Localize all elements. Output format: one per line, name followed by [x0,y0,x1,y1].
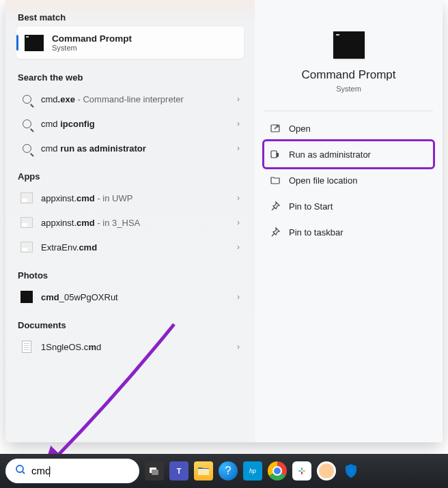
slack-icon[interactable] [292,461,311,480]
taskbar: cmd T ? hp [0,454,448,488]
section-header-best-match: Best match [16,7,244,27]
action-label: Pin to Start [289,201,333,212]
chevron-right-icon: › [237,143,240,153]
action-pin-to-taskbar[interactable]: Pin to taskbar [264,219,433,245]
chevron-right-icon: › [237,119,240,128]
web-result-text: cmd run as administrator [41,143,146,154]
chrome-icon[interactable] [268,461,287,480]
help-icon[interactable]: ? [219,461,238,480]
best-match-title: Command Prompt [52,33,132,44]
search-icon [20,117,33,130]
photo-thumb-icon [20,291,33,303]
taskbar-search-box[interactable]: cmd [5,459,139,483]
app-result-text: ExtraEnv.cmd [41,242,97,253]
detail-title: Command Prompt [302,68,396,82]
section-header-apps: Apps [16,166,244,186]
detail-divider [264,111,433,111]
svg-rect-9 [301,472,303,474]
action-open[interactable]: Open [264,115,433,141]
best-match-text: Command Prompt System [52,33,132,52]
folder-icon [270,175,281,186]
command-prompt-icon [25,35,44,51]
task-view-icon[interactable] [145,461,164,480]
action-label: Open file location [289,175,357,186]
document-icon [20,341,33,353]
action-label: Open [289,124,311,134]
file-explorer-icon[interactable] [194,461,213,480]
web-result-text: cmd ipconfig [41,119,95,129]
search-icon [20,142,33,154]
section-header-photos: Photos [16,265,244,285]
search-input-text: cmd [31,465,51,477]
action-label: Run as administrator [289,149,371,160]
svg-rect-8 [301,468,303,470]
svg-point-2 [16,465,23,472]
app-result-text: appxinst.cmd - in 3_HSA [41,218,140,228]
chevron-right-icon: › [237,292,240,302]
action-run-as-administrator[interactable]: Run as administrator [264,141,433,167]
app-result[interactable]: ExtraEnv.cmd › [16,235,244,259]
app-result[interactable]: appxinst.cmd - in UWP › [16,186,244,210]
search-icon [15,464,26,478]
security-icon[interactable] [341,461,361,480]
action-pin-to-start[interactable]: Pin to Start [264,193,433,219]
chevron-right-icon: › [237,242,240,252]
web-result-text: cmd.exe - Command-line interpreter [41,94,184,104]
results-column: Best match Command Prompt System Search … [5,0,255,442]
search-icon [20,93,33,105]
action-open-file-location[interactable]: Open file location [264,167,433,193]
shield-admin-icon [270,149,281,160]
myhp-icon[interactable]: hp [243,461,262,480]
cmd-file-icon [20,241,33,253]
section-header-web: Search the web [16,67,244,87]
svg-rect-6 [298,470,301,472]
start-search-panel: Best match Command Prompt System Search … [5,0,443,442]
svg-rect-1 [271,151,277,158]
pin-icon [270,227,281,238]
svg-rect-4 [152,470,158,475]
section-header-documents: Documents [16,315,244,334]
profile-icon[interactable] [317,461,336,480]
teams-icon[interactable]: T [169,461,188,480]
pin-icon [270,201,281,212]
action-list: Open Run as administrator Open file loca… [264,115,433,245]
detail-subtitle: System [336,85,361,93]
app-result-text: appxinst.cmd - in UWP [41,193,132,203]
document-result[interactable]: 1SngleOS.cmd › [16,334,244,359]
document-result-text: 1SngleOS.cmd [41,342,101,352]
detail-app-icon [333,31,365,59]
app-result[interactable]: appxinst.cmd - in 3_HSA › [16,210,244,235]
web-result[interactable]: cmd ipconfig › [16,111,244,136]
chevron-right-icon: › [237,94,240,104]
detail-pane: Command Prompt System Open Run as admini… [255,0,443,442]
photo-result[interactable]: cmd_05wPgOXRut › [16,285,244,309]
web-result[interactable]: cmd.exe - Command-line interpreter › [16,87,244,111]
open-icon [270,123,281,134]
cmd-file-icon [20,192,33,204]
web-result[interactable]: cmd run as administrator › [16,136,244,160]
svg-rect-7 [303,470,305,472]
cmd-file-icon [20,216,33,229]
chevron-right-icon: › [237,193,240,203]
best-match-subtitle: System [52,44,132,52]
chevron-right-icon: › [237,218,240,227]
chevron-right-icon: › [237,342,240,351]
svg-rect-5 [198,469,209,475]
photo-result-text: cmd_05wPgOXRut [41,292,118,302]
best-match-item[interactable]: Command Prompt System [16,27,244,59]
action-label: Pin to taskbar [289,227,344,238]
